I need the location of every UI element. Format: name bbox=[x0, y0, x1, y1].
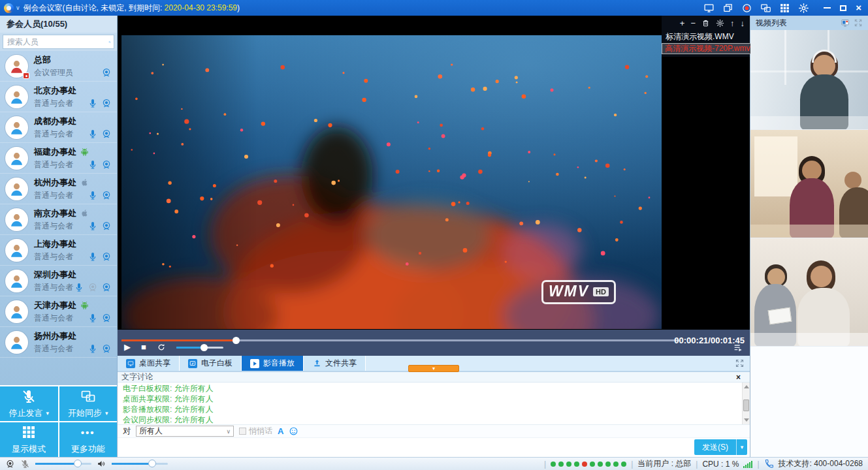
webcam-icon[interactable] bbox=[101, 343, 112, 354]
add-media-icon[interactable]: + bbox=[680, 19, 685, 27]
move-up-icon[interactable]: ↑ bbox=[730, 19, 735, 27]
video-thumbnail[interactable] bbox=[750, 238, 868, 347]
checkbox-icon[interactable] bbox=[239, 428, 246, 435]
title-bar: ∨ 例会会议室(自由讨论, 未锁定, 到期时间: 2020-04-30 23:5… bbox=[0, 0, 868, 16]
display-mode-button[interactable]: 显示模式 bbox=[0, 422, 58, 457]
participant-row[interactable]: 北京办事处 普通与会者 bbox=[0, 82, 117, 112]
webcam-icon[interactable] bbox=[101, 98, 112, 108]
participant-row[interactable]: 深圳办事处 普通与会者 bbox=[0, 266, 117, 296]
message-input-area[interactable]: 发送(S) ▾ bbox=[118, 438, 750, 457]
playing-video[interactable]: WMV HD bbox=[121, 35, 662, 329]
dropdown-caret-icon[interactable]: ▾ bbox=[105, 410, 108, 416]
loop-button[interactable] bbox=[157, 343, 166, 352]
webcam-status-icon[interactable] bbox=[5, 459, 15, 469]
send-button[interactable]: 发送(S) ▾ bbox=[694, 439, 747, 455]
playlist-toggle-icon[interactable] bbox=[733, 343, 743, 353]
mic-icon[interactable] bbox=[88, 343, 98, 354]
mic-icon[interactable] bbox=[88, 98, 98, 108]
tab-desktop-share[interactable]: 桌面共享 bbox=[118, 356, 180, 371]
settings-gear-icon[interactable] bbox=[798, 3, 809, 14]
progress-handle[interactable] bbox=[233, 337, 240, 344]
participant-role: 普通与会者 bbox=[34, 190, 88, 201]
scroll-down-icon[interactable] bbox=[744, 418, 749, 422]
participant-row[interactable]: 天津办事处 普通与会者 bbox=[0, 296, 117, 327]
mic-icon[interactable] bbox=[88, 129, 98, 139]
tab-whiteboard[interactable]: 电子白板 bbox=[180, 356, 242, 371]
font-style-icon[interactable]: A bbox=[278, 426, 283, 436]
window-mode-icon[interactable] bbox=[722, 3, 733, 14]
participant-row[interactable]: 成都办事处 普通与会者 bbox=[0, 112, 117, 143]
speaker-icon[interactable] bbox=[97, 459, 106, 469]
send-options-caret-icon[interactable]: ▾ bbox=[736, 439, 747, 455]
dropdown-caret-icon[interactable]: ▾ bbox=[46, 410, 49, 416]
search-input[interactable] bbox=[7, 37, 108, 46]
webcam-icon[interactable] bbox=[101, 190, 112, 200]
mic-icon[interactable] bbox=[88, 159, 98, 170]
close-button[interactable]: × bbox=[856, 5, 861, 11]
slider-handle[interactable] bbox=[148, 460, 156, 467]
maximize-button[interactable] bbox=[840, 5, 846, 11]
mic-icon[interactable] bbox=[88, 251, 98, 262]
volume-handle[interactable] bbox=[201, 344, 208, 351]
player-volume-slider[interactable] bbox=[176, 347, 223, 349]
webcam-icon[interactable] bbox=[101, 313, 112, 323]
participant-row[interactable]: 南京办事处 普通与会者 bbox=[0, 204, 117, 235]
participant-row[interactable]: 杭州办事处 普通与会者 bbox=[0, 174, 117, 204]
mic-icon[interactable] bbox=[88, 221, 98, 231]
mic-volume-slider[interactable] bbox=[35, 463, 91, 465]
chat-close-icon[interactable]: × bbox=[736, 373, 741, 382]
desk bbox=[750, 225, 868, 238]
mic-icon[interactable] bbox=[74, 282, 84, 292]
fullscreen-expand-icon[interactable] bbox=[735, 358, 745, 368]
scroll-up-icon[interactable] bbox=[744, 385, 749, 388]
video-thumbnail[interactable] bbox=[750, 30, 868, 130]
whisper-checkbox[interactable]: 悄悄话 bbox=[239, 426, 272, 437]
participant-row[interactable]: 上海办事处 普通与会者 bbox=[0, 235, 117, 266]
start-sync-button[interactable]: 开始同步▾ bbox=[59, 386, 118, 421]
layout-grid-icon[interactable] bbox=[779, 3, 790, 14]
webcam-icon[interactable] bbox=[101, 159, 112, 170]
speaker-volume-slider[interactable] bbox=[112, 463, 168, 465]
webcam-off-icon[interactable] bbox=[88, 282, 98, 292]
record-icon[interactable] bbox=[741, 3, 752, 14]
emoji-icon[interactable] bbox=[289, 426, 298, 436]
participant-row[interactable]: 扬州办事处 普通与会者 bbox=[0, 327, 117, 358]
monitor-mode-icon[interactable] bbox=[841, 18, 850, 27]
move-down-icon[interactable]: ↓ bbox=[741, 19, 745, 27]
playlist-item-selected[interactable]: 高清演示视频-720P.wmv删除 bbox=[662, 43, 760, 54]
playlist-settings-icon[interactable] bbox=[716, 19, 724, 27]
tab-media-playback[interactable]: 影音播放 bbox=[242, 356, 304, 371]
webcam-icon[interactable] bbox=[101, 251, 112, 262]
more-features-button[interactable]: ••• 更多功能 bbox=[59, 422, 118, 457]
mic-muted-icon[interactable] bbox=[20, 459, 30, 469]
chevron-down-icon[interactable]: ∨ bbox=[16, 5, 20, 11]
playlist-item[interactable]: 标清演示视频.WMV bbox=[662, 30, 750, 43]
video-thumbnail[interactable] bbox=[750, 130, 868, 238]
tab-file-share[interactable]: 文件共享 bbox=[304, 356, 366, 371]
screenshot-icon[interactable] bbox=[703, 3, 715, 14]
stop-speaking-button[interactable]: 停止发言▾ bbox=[0, 386, 58, 421]
mic-icon[interactable] bbox=[88, 313, 98, 323]
participant-row[interactable]: 总部 会议管理员 bbox=[0, 51, 117, 82]
webcam-icon[interactable] bbox=[101, 129, 112, 139]
participant-row[interactable]: 福建办事处 普通与会者 bbox=[0, 143, 117, 174]
play-button[interactable]: ▶ bbox=[124, 341, 131, 353]
webcam-icon[interactable] bbox=[101, 67, 112, 78]
remove-media-icon[interactable]: − bbox=[690, 19, 696, 27]
connection-dot bbox=[590, 462, 595, 467]
recipient-select[interactable]: 所有人 ∨ bbox=[136, 426, 234, 437]
chat-scrollbar[interactable] bbox=[742, 383, 750, 424]
chat-collapse-handle[interactable]: ▾ bbox=[408, 365, 459, 372]
scrollbar-thumb[interactable] bbox=[743, 400, 749, 411]
webcam-icon[interactable] bbox=[101, 282, 112, 292]
app-logo-icon[interactable] bbox=[4, 3, 14, 13]
mic-icon[interactable] bbox=[88, 190, 98, 200]
expand-panel-icon[interactable] bbox=[854, 18, 863, 27]
stop-button[interactable]: ■ bbox=[141, 341, 146, 353]
minimize-button[interactable] bbox=[824, 7, 831, 8]
screen-sync-icon[interactable] bbox=[760, 3, 771, 14]
trash-icon[interactable] bbox=[701, 19, 710, 27]
search-icon[interactable] bbox=[108, 37, 111, 47]
webcam-icon[interactable] bbox=[101, 221, 112, 231]
slider-handle[interactable] bbox=[74, 460, 82, 467]
